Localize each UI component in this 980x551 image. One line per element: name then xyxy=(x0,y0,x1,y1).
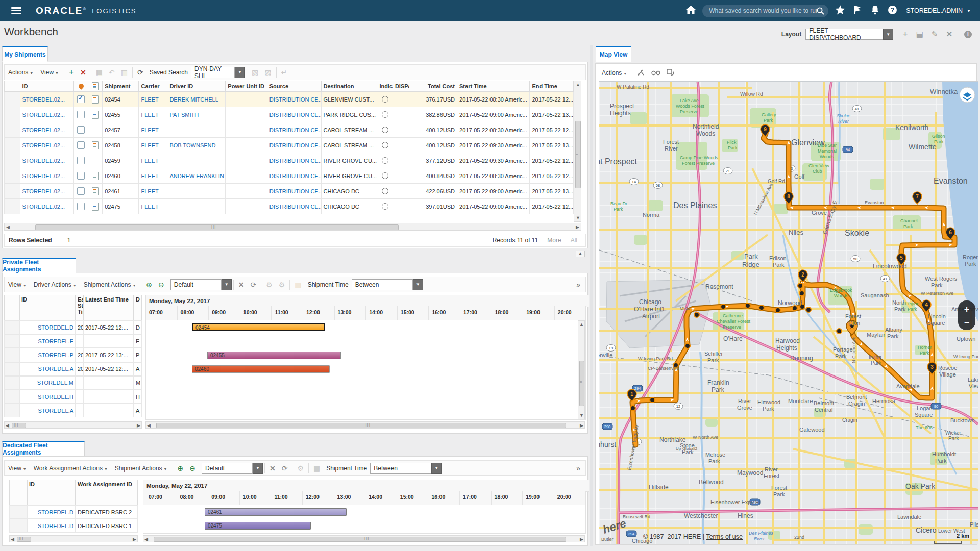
go-icon[interactable]: ↵ xyxy=(278,68,290,77)
gantt-body[interactable]: 0246102475 xyxy=(143,505,586,534)
map-shipment-event-dot[interactable] xyxy=(759,305,764,310)
map-layers-button[interactable] xyxy=(960,87,975,103)
row-checkbox[interactable] xyxy=(77,172,85,180)
flag-icon[interactable] xyxy=(849,5,866,16)
map-shipment-event-dot[interactable] xyxy=(775,308,780,313)
pf-shipment-time-dropdown-icon[interactable]: ▼ xyxy=(413,279,423,290)
zoom-out-button[interactable]: − xyxy=(964,317,970,328)
gantt-hscrollbar[interactable]: ◀|||▶ xyxy=(145,421,585,429)
map-canvas[interactable]: 434141211458195012209490290290294294★123… xyxy=(599,81,978,544)
show-gantt-icon[interactable]: ▨ xyxy=(261,68,274,77)
map-shipment-event-dot[interactable] xyxy=(721,304,726,309)
gantt-body[interactable]: 024540245502460 xyxy=(145,320,586,420)
gantt-row-id-link[interactable]: STOREDEL.A xyxy=(38,366,74,372)
df-clear-icon[interactable]: ✕ xyxy=(266,464,279,472)
source-link[interactable]: DISTRIBUTION CE... xyxy=(270,173,321,179)
gantt-bar-02461[interactable]: 02461 xyxy=(205,508,347,516)
map-shipment-event-dot[interactable] xyxy=(799,291,804,296)
carrier-link[interactable]: FLEET xyxy=(141,188,158,194)
info-icon[interactable]: i xyxy=(964,31,972,38)
add-layout-button[interactable]: + xyxy=(898,29,912,40)
pf-zoom-out-icon[interactable]: ⊖ xyxy=(155,281,167,289)
shipment-id-link[interactable]: STOREDEL.02... xyxy=(22,96,65,103)
gantt-bar-02454[interactable]: 02454 xyxy=(192,323,325,331)
pf-shipment-time-select[interactable]: Between xyxy=(352,279,413,290)
layout-select-dropdown-icon[interactable]: ▼ xyxy=(883,29,893,40)
saved-search-select[interactable]: DYN-DAY SHI xyxy=(191,67,235,78)
gantt-left-hscrollbar[interactable]: ◀|||▶ xyxy=(9,535,138,542)
layout-select[interactable]: FLEET DISPATCHBOARD xyxy=(805,29,883,40)
pf-zoom-preset-select[interactable]: Default xyxy=(170,279,222,290)
map-tools-icon[interactable] xyxy=(634,69,648,78)
user-menu[interactable]: STOREDEL.ADMIN xyxy=(906,7,963,14)
undo-icon[interactable]: ↶ xyxy=(106,68,118,77)
shipment-id-link[interactable]: STOREDEL.02... xyxy=(22,188,65,194)
row-checkbox[interactable] xyxy=(77,95,85,103)
gantt-row-id-link[interactable]: STOREDEL.H xyxy=(38,394,74,400)
zoom-in-button[interactable]: + xyxy=(964,304,970,314)
pf-settings-icon[interactable]: ⚙ xyxy=(276,281,288,289)
search-icon[interactable] xyxy=(817,7,824,15)
row-checkbox[interactable] xyxy=(77,141,85,149)
tab-map-view[interactable]: Map View xyxy=(596,46,631,62)
pf-zoom-in-icon[interactable]: ⊕ xyxy=(143,281,155,289)
saved-search-dropdown-icon[interactable]: ▼ xyxy=(235,67,245,78)
df-shipment-time-select[interactable]: Between xyxy=(370,463,431,474)
gantt-left-hscrollbar[interactable]: ◀|||▶ xyxy=(4,421,142,429)
save-icon[interactable]: ▥ xyxy=(118,68,131,77)
delete-row-button[interactable]: ✕ xyxy=(77,68,89,77)
table-row[interactable]: STOREDEL.02...02455FLEETPAT SMITHDISTRIB… xyxy=(5,107,574,122)
pf-driver-io-icon[interactable]: ⚙ xyxy=(263,281,276,289)
df-grid-icon[interactable]: ▦ xyxy=(310,464,323,472)
shipments-view-menu[interactable]: View▼ xyxy=(37,69,62,76)
shipments-vscrollbar[interactable]: ▲ ≡ ▼ xyxy=(574,81,581,222)
map-shipment-event-dot[interactable] xyxy=(694,312,699,317)
df-overflow-chevrons[interactable]: » xyxy=(576,464,585,472)
edit-layout-button[interactable]: ✎ xyxy=(927,30,942,39)
shipment-id-link[interactable]: STOREDEL.02... xyxy=(22,112,65,118)
pf-driver-actions-menu[interactable]: Driver Actions▼ xyxy=(30,281,80,288)
table-row[interactable]: STOREDEL.02...02457FLEETDISTRIBUTION CE.… xyxy=(5,122,574,138)
df-settings-icon[interactable]: ⚙ xyxy=(294,464,307,472)
driver-link[interactable]: DEREK MITCHELL xyxy=(169,96,218,103)
tab-my-shipments[interactable]: My Shipments xyxy=(2,46,48,62)
gantt-vscrollbar[interactable]: ▲≡▼ xyxy=(578,320,585,419)
records-all-button[interactable]: All xyxy=(571,237,585,244)
carrier-link[interactable]: FLEET xyxy=(141,173,158,179)
map-shipment-event-dot[interactable] xyxy=(650,397,655,403)
df-zoom-preset-select[interactable]: Default xyxy=(202,463,253,474)
map-shipment-event-dot[interactable] xyxy=(685,343,690,348)
driver-link[interactable]: PAT SMITH xyxy=(169,112,199,118)
shipment-id-link[interactable]: STOREDEL.02... xyxy=(22,173,65,179)
gantt-row-id-link[interactable]: STOREDEL.A xyxy=(38,408,74,414)
pf-grid-icon[interactable]: ▦ xyxy=(291,281,304,289)
driver-link[interactable]: ANDREW FRANKLIN xyxy=(169,173,224,179)
document-icon[interactable] xyxy=(92,172,99,180)
pf-shipment-actions-menu[interactable]: Shipment Actions▼ xyxy=(80,281,140,288)
row-checkbox[interactable] xyxy=(77,126,85,134)
df-shipment-time-dropdown-icon[interactable]: ▼ xyxy=(431,463,442,474)
document-icon[interactable] xyxy=(92,111,99,119)
gantt-row-id-link[interactable]: STOREDEL.D xyxy=(38,324,74,331)
source-link[interactable]: DISTRIBUTION CE... xyxy=(270,142,321,148)
gantt-bar-02455[interactable]: 02455 xyxy=(207,352,341,359)
gantt-row-id-link[interactable]: STOREDEL.M xyxy=(37,380,74,386)
table-row[interactable]: STOREDEL.02...02454FLEETDEREK MITCHELLDI… xyxy=(5,92,574,107)
map-zoom-control[interactable]: +− xyxy=(958,300,975,330)
tab-dedicated-fleet-assignments[interactable]: Dedicated Fleet Assignments xyxy=(2,441,85,456)
pf-clear-icon[interactable]: ✕ xyxy=(235,281,248,289)
gantt-row-id-link[interactable]: STOREDEL.P xyxy=(38,352,74,358)
records-more-button[interactable]: More xyxy=(538,237,570,244)
df-refresh-icon[interactable]: ⟳ xyxy=(279,464,291,472)
shipment-id-link[interactable]: STOREDEL.02... xyxy=(22,142,65,148)
source-link[interactable]: DISTRIBUTION CE... xyxy=(270,96,321,103)
driver-link[interactable]: BOB TOWNSEND xyxy=(169,142,215,148)
shipment-id-link[interactable]: STOREDEL.02... xyxy=(22,158,65,164)
row-checkbox[interactable] xyxy=(77,157,85,164)
carrier-link[interactable]: FLEET xyxy=(141,96,158,103)
tab-private-fleet-assignments[interactable]: Private Fleet Assignments xyxy=(2,258,76,273)
carrier-link[interactable]: FLEET xyxy=(141,158,158,164)
favorites-star-icon[interactable] xyxy=(831,5,849,17)
df-work-assignment-actions-menu[interactable]: Work Assignment Actions▼ xyxy=(30,465,111,472)
map-shipment-event-dot[interactable] xyxy=(798,283,803,288)
